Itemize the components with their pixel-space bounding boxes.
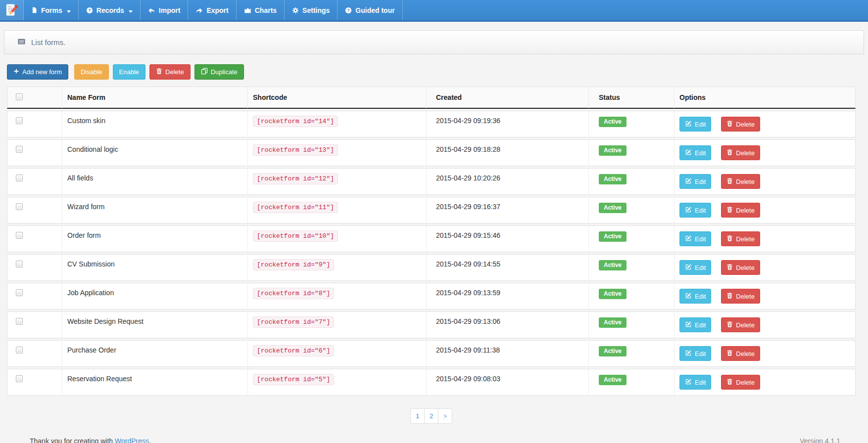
panel-heading: List forms. — [4, 30, 864, 54]
edit-button[interactable]: Edit — [679, 289, 711, 304]
delete-label: Delete — [736, 293, 755, 300]
options-cell: Edit Delete — [675, 369, 856, 396]
created-cell: 2015-04-29 09:14:55 — [427, 254, 589, 281]
delete-button[interactable]: Delete — [721, 289, 760, 304]
row-checkbox[interactable] — [16, 318, 23, 325]
page-1-button[interactable]: 1 — [410, 408, 425, 424]
duplicate-button[interactable]: Duplicate — [194, 64, 244, 80]
header-shortcode: Shortcode — [248, 87, 427, 109]
disable-button[interactable]: Disable — [74, 64, 108, 80]
options-cell: Edit Delete — [675, 111, 856, 137]
pencil-square-icon — [685, 378, 692, 387]
pagination-item: 1 — [410, 408, 425, 424]
options-cell: Edit Delete — [675, 283, 856, 310]
delete-selected-button[interactable]: Delete — [149, 64, 191, 80]
created-value: 2015-04-29 09:15:46 — [436, 231, 500, 239]
delete-button[interactable]: Delete — [721, 375, 760, 390]
header-options: Options — [675, 87, 856, 109]
edit-button[interactable]: Edit — [679, 145, 711, 160]
options-cell: Edit Delete — [675, 254, 856, 281]
duplicate-label: Duplicate — [211, 68, 238, 76]
delete-label: Delete — [736, 321, 755, 329]
row-select-cell — [7, 369, 62, 396]
nav-settings-link[interactable]: Settings — [285, 0, 337, 20]
delete-button[interactable]: Delete — [721, 346, 760, 361]
delete-button[interactable]: Delete — [721, 145, 760, 160]
row-checkbox[interactable] — [16, 146, 23, 153]
status-cell: Active — [589, 369, 675, 396]
nav-import-label: Import — [159, 6, 181, 14]
pencil-square-icon — [685, 350, 692, 358]
created-cell: 2015-04-29 09:16:37 — [427, 197, 589, 223]
shortcode-cell: [rocketform id="6"] — [248, 340, 427, 367]
nav-export-link[interactable]: Export — [188, 0, 236, 20]
delete-label: Delete — [736, 264, 755, 271]
delete-button[interactable]: Delete — [721, 231, 760, 246]
chevron-down-icon — [129, 6, 133, 14]
form-name-cell: Custom skin — [62, 111, 248, 137]
nav-import-link[interactable]: Import — [141, 0, 188, 20]
row-checkbox[interactable] — [16, 175, 23, 181]
nav-records-link[interactable]: ? Records — [79, 0, 140, 20]
created-value: 2015-04-29 09:19:36 — [436, 117, 500, 125]
app-logo[interactable] — [0, 0, 23, 20]
nav-item-guided-tour: ? Guided tour — [338, 0, 402, 20]
shortcode-cell: [rocketform id="8"] — [248, 283, 427, 310]
delete-button[interactable]: Delete — [721, 203, 760, 218]
add-new-form-button[interactable]: Add new form — [7, 64, 68, 80]
nav-item-forms: Forms — [24, 0, 79, 20]
select-all-checkbox[interactable] — [16, 93, 23, 100]
nav-export-label: Export — [206, 6, 228, 14]
created-cell: 2015-04-29 09:13:59 — [427, 283, 589, 310]
delete-button[interactable]: Delete — [721, 174, 760, 189]
created-value: 2015-04-29 09:14:55 — [436, 260, 500, 268]
row-checkbox[interactable] — [16, 375, 23, 382]
edit-button[interactable]: Edit — [679, 317, 711, 332]
nav-charts-link[interactable]: Charts — [237, 0, 284, 20]
delete-button[interactable]: Delete — [721, 317, 760, 332]
edit-button[interactable]: Edit — [679, 346, 711, 361]
edit-button[interactable]: Edit — [679, 203, 711, 218]
trash-icon — [726, 350, 733, 358]
created-cell: 2015-04-29 09:18:28 — [427, 139, 589, 166]
delete-button[interactable]: Delete — [721, 117, 760, 132]
shortcode-cell: [rocketform id="13"] — [248, 139, 427, 166]
form-name: Order form — [67, 231, 101, 239]
footer-link[interactable]: WordPress. — [115, 437, 151, 443]
area-chart-icon — [244, 7, 251, 14]
row-checkbox[interactable] — [16, 289, 23, 296]
row-checkbox[interactable] — [16, 347, 23, 354]
file-icon — [31, 6, 38, 14]
row-checkbox[interactable] — [16, 261, 23, 267]
row-select-cell — [7, 111, 62, 137]
enable-button[interactable]: Enable — [113, 64, 145, 80]
delete-button[interactable]: Delete — [721, 260, 760, 275]
forms-table: Name Form Shortcode Created Status Optio… — [7, 85, 856, 398]
form-name: Job Application — [67, 289, 114, 297]
edit-label: Edit — [695, 264, 706, 271]
edit-button[interactable]: Edit — [679, 260, 711, 275]
edit-button[interactable]: Edit — [679, 174, 711, 189]
row-checkbox[interactable] — [16, 203, 23, 210]
svg-text:?: ? — [88, 8, 91, 13]
page-2-button[interactable]: 2 — [424, 408, 438, 424]
nav-forms-link[interactable]: Forms — [24, 0, 78, 20]
edit-label: Edit — [695, 178, 706, 185]
nav-guided-tour-link[interactable]: ? Guided tour — [338, 0, 402, 20]
status-badge: Active — [599, 317, 627, 328]
form-name-cell: All fields — [62, 168, 248, 195]
edit-button[interactable]: Edit — [679, 231, 711, 246]
pagination: 1 2 > — [410, 408, 452, 424]
row-checkbox[interactable] — [16, 232, 23, 239]
header-name-form: Name Form — [62, 87, 248, 109]
shortcode-value: [rocketform id="6"] — [253, 345, 334, 356]
edit-button[interactable]: Edit — [679, 375, 711, 390]
nav-item-export: Export — [188, 0, 236, 20]
row-checkbox[interactable] — [16, 117, 23, 124]
table-row: Reservation Request [rocketform id="5"] … — [7, 369, 856, 396]
row-select-cell — [7, 139, 62, 166]
trash-icon — [156, 68, 162, 76]
table-row: Job Application [rocketform id="8"] 2015… — [7, 283, 856, 310]
page-next-button[interactable]: > — [438, 408, 452, 424]
edit-button[interactable]: Edit — [679, 117, 711, 132]
